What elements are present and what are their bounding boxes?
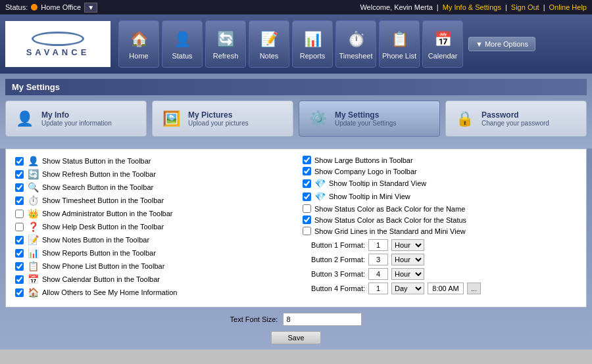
checkbox-input-left-2[interactable]: [15, 183, 24, 192]
checkbox-input-left-5[interactable]: [15, 223, 24, 231]
toolbar-btn-status[interactable]: 👤Status: [162, 20, 203, 68]
checkbox-right-2: 💎 Show Tooltip in Standard View: [303, 178, 577, 189]
checkbox-left-1: 🔄 Show Refresh Button in the Toolbar: [15, 169, 289, 179]
main-content: My Settings 👤 My Info Update your inform…: [0, 74, 592, 148]
row-icon-left-1: 🔄: [27, 169, 39, 179]
checkbox-right-1: Show Company Logo in Toolbar: [303, 167, 577, 175]
toolbar-btn-phone-list[interactable]: 📋Phone List: [379, 20, 420, 68]
col-right: Show Large Buttons in Toolbar Show Compa…: [303, 156, 577, 300]
format-num-3[interactable]: [368, 283, 388, 294]
row-icon-left-0: 👤: [27, 156, 39, 166]
checkbox-label-right-0: Show Large Buttons in Toolbar: [314, 156, 413, 164]
checkbox-input-right-2[interactable]: [303, 179, 311, 188]
toolbar-label: Status: [172, 52, 192, 60]
toolbar-btn-timesheet[interactable]: ⏱️Timesheet: [335, 20, 376, 68]
checkbox-input-left-7[interactable]: [15, 249, 24, 258]
font-size-input[interactable]: [283, 313, 362, 326]
status-dropdown[interactable]: ▼: [84, 3, 97, 12]
my-info-link[interactable]: My Info & Settings: [443, 3, 501, 11]
checkbox-left-4: 👑 Show Administrator Button in the Toolb…: [15, 208, 289, 219]
format-time-3[interactable]: [428, 283, 464, 294]
checkbox-right-5: Show Status Color as Back Color for the …: [303, 216, 577, 224]
format-select-2[interactable]: Hour Day Week: [391, 268, 424, 280]
card-title-my-settings: My Settings: [335, 110, 396, 120]
col-left: 👤 Show Status Button in the Toolbar 🔄 Sh…: [15, 156, 289, 300]
toolbar-label: Calendar: [428, 52, 458, 60]
checkbox-label-right-6: Show Grid Lines in the Standard and Mini…: [314, 227, 466, 235]
toolbar-label: Timesheet: [339, 52, 373, 60]
row-icon-left-7: 📊: [27, 248, 39, 258]
toolbar: SAVANCE 🏠Home👤Status🔄Refresh📝Notes📊Repor…: [0, 14, 592, 74]
toolbar-label: Home: [129, 52, 148, 60]
card-icon-my-pictures: 🖼️: [159, 107, 183, 131]
checkbox-input-right-3[interactable]: [303, 193, 311, 201]
checkbox-input-left-1[interactable]: [15, 170, 24, 179]
checkbox-input-left-6[interactable]: [15, 236, 24, 244]
checkbox-label-left-6: Show Notes Button in the Toolbar: [42, 236, 149, 244]
format-num-0[interactable]: [368, 239, 388, 251]
format-select-1[interactable]: Hour Day Week: [391, 254, 424, 265]
checkbox-input-left-10[interactable]: [15, 288, 24, 297]
format-label-3: Button 4 Format:: [303, 284, 365, 292]
checkbox-label-right-2: Show Tooltip in Standard View: [329, 179, 426, 187]
status-location: Home Office: [41, 3, 81, 11]
checkbox-label-left-0: Show Status Button in the Toolbar: [42, 157, 151, 165]
nav-card-my-pictures[interactable]: 🖼️ My Pictures Upload your pictures: [152, 101, 293, 137]
top-bar: Status: Home Office ▼ Welcome, Kevin Mer…: [0, 0, 592, 14]
nav-card-my-info[interactable]: 👤 My Info Update your information: [5, 101, 147, 137]
row-icon-left-3: ⏱️: [27, 195, 39, 206]
format-row-1: Button 2 Format: Hour Day Week: [303, 254, 577, 265]
top-bar-right: Welcome, Kevin Merta | My Info & Setting…: [360, 3, 587, 11]
toolbar-icon: 🔄: [215, 29, 236, 50]
checkbox-input-left-4[interactable]: [15, 210, 24, 218]
format-select-3[interactable]: Hour Day Week: [391, 283, 424, 294]
checkbox-input-right-1[interactable]: [303, 167, 311, 175]
format-dots-btn-3[interactable]: ...: [467, 283, 481, 294]
checkbox-input-left-3[interactable]: [15, 196, 24, 205]
toolbar-btn-calendar[interactable]: 📅Calendar: [422, 20, 463, 68]
checkbox-input-right-4[interactable]: [303, 204, 311, 213]
logo-area: SAVANCE: [5, 21, 111, 67]
toolbar-icon: 📝: [259, 29, 280, 50]
card-icon-my-info: 👤: [12, 107, 36, 131]
online-help-link[interactable]: Online Help: [549, 3, 587, 11]
checkbox-input-right-0[interactable]: [303, 156, 311, 164]
save-row: Save: [5, 331, 587, 344]
format-num-1[interactable]: [368, 254, 388, 265]
checkbox-label-left-8: Show Phone List Button in the Toolbar: [42, 262, 164, 270]
format-row-3: Button 4 Format: Hour Day Week ...: [303, 283, 577, 294]
row-icon-left-5: ❓: [27, 221, 39, 232]
tooltip-icon-2: 💎: [314, 178, 326, 189]
checkbox-input-left-0[interactable]: [15, 157, 24, 166]
checkbox-input-right-5[interactable]: [303, 216, 311, 224]
format-label-1: Button 2 Format:: [303, 256, 365, 263]
card-subtitle-my-settings: Update your Settings: [335, 120, 396, 127]
more-options-button[interactable]: ▼ More Options: [468, 37, 535, 51]
checkbox-label-left-10: Allow Others to See My Home Information: [42, 288, 177, 296]
card-title-my-info: My Info: [41, 110, 112, 120]
toolbar-icon: 📋: [389, 29, 410, 50]
checkbox-left-10: 🏠 Allow Others to See My Home Informatio…: [15, 287, 289, 298]
save-button[interactable]: Save: [271, 331, 320, 344]
format-label-2: Button 3 Format:: [303, 270, 365, 278]
format-num-2[interactable]: [368, 268, 388, 280]
card-subtitle-password: Change your password: [481, 120, 549, 127]
checkbox-input-left-9[interactable]: [15, 275, 24, 284]
toolbar-label: Refresh: [213, 52, 239, 60]
toolbar-btn-refresh[interactable]: 🔄Refresh: [205, 20, 246, 68]
checkbox-input-left-8[interactable]: [15, 262, 24, 271]
checkbox-left-0: 👤 Show Status Button in the Toolbar: [15, 156, 289, 166]
logo-oval: [32, 32, 84, 46]
toolbar-btn-notes[interactable]: 📝Notes: [249, 20, 289, 68]
sign-out-link[interactable]: Sign Out: [511, 3, 539, 11]
nav-card-my-settings[interactable]: ⚙️ My Settings Update your Settings: [299, 101, 440, 137]
toolbar-label: Reports: [300, 52, 326, 60]
toolbar-btn-home[interactable]: 🏠Home: [118, 20, 159, 68]
checkbox-label-left-2: Show Search Button in the Toolbar: [42, 183, 153, 191]
checkbox-input-right-6[interactable]: [303, 227, 311, 235]
checkbox-right-4: Show Status Color as Back Color for the …: [303, 204, 577, 213]
format-select-0[interactable]: Hour Day Week: [391, 239, 424, 251]
toolbar-icon: ⏱️: [345, 29, 366, 50]
toolbar-btn-reports[interactable]: 📊Reports: [292, 20, 333, 68]
nav-card-password[interactable]: 🔒 Password Change your password: [445, 101, 587, 137]
